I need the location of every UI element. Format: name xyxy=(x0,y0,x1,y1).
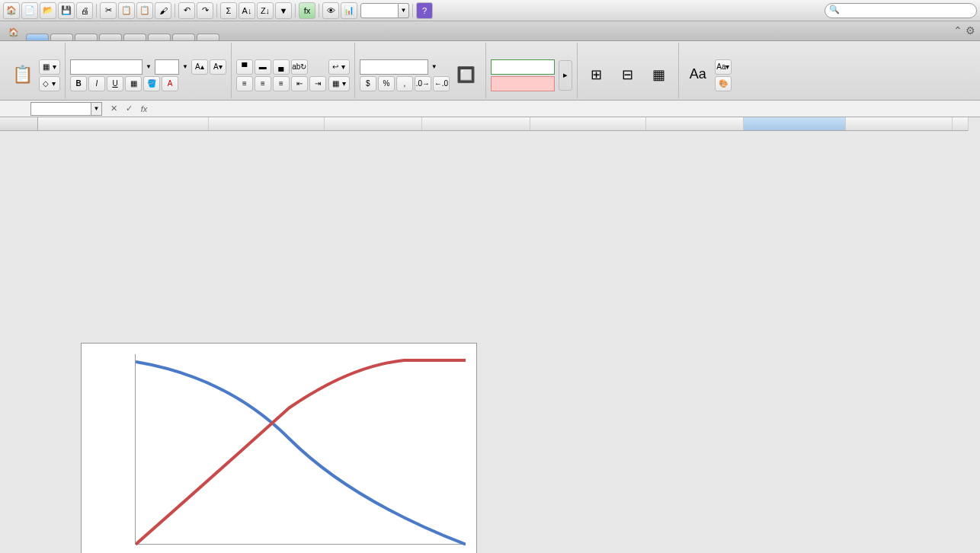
paste-button[interactable]: 📋 xyxy=(136,2,153,19)
decrease-decimal-button[interactable]: ←.0 xyxy=(433,76,450,91)
styles-more-button[interactable]: ▸ xyxy=(559,60,572,91)
col-header[interactable] xyxy=(744,117,846,130)
ribbon-home-icon[interactable]: 🏠 xyxy=(5,24,23,40)
tab-review[interactable] xyxy=(197,34,219,40)
style-normal[interactable] xyxy=(491,59,555,75)
tab-data[interactable] xyxy=(172,34,195,40)
insert-cells-button[interactable]: ⊞ xyxy=(582,53,611,97)
name-box-dropdown[interactable]: ▼ xyxy=(91,102,102,116)
grow-font-button[interactable]: A▴ xyxy=(191,59,208,75)
redo-button[interactable]: ↷ xyxy=(197,2,213,19)
align-bottom-button[interactable]: ▄ xyxy=(273,59,290,75)
ribbon-collapse-icon[interactable]: ⌃ xyxy=(953,24,962,37)
comma-button[interactable]: , xyxy=(396,76,413,91)
tab-formulas[interactable] xyxy=(148,34,171,40)
sort-asc-button[interactable]: A↓ xyxy=(239,2,255,19)
italic-button[interactable]: I xyxy=(88,76,105,91)
numfmt-dropdown-icon[interactable]: ▼ xyxy=(430,63,439,70)
chart-button[interactable]: 📊 xyxy=(341,2,357,19)
chart[interactable] xyxy=(81,343,477,553)
tab-charts[interactable] xyxy=(99,34,122,40)
align-left-button[interactable]: ≡ xyxy=(236,76,253,91)
indent-less-button[interactable]: ⇤ xyxy=(291,76,308,91)
vertical-scrollbar[interactable] xyxy=(968,117,980,131)
increase-decimal-button[interactable]: .0→ xyxy=(415,76,431,91)
shrink-font-button[interactable]: A▾ xyxy=(210,59,226,75)
bold-button[interactable]: B xyxy=(70,76,87,91)
cut-button[interactable]: ✂ xyxy=(100,2,117,19)
clear-button[interactable]: ◇▾ xyxy=(39,76,60,91)
col-header[interactable] xyxy=(325,117,422,130)
wrap-icon: ↩ xyxy=(332,62,338,71)
eraser-icon: ◇ xyxy=(43,79,49,88)
format-cells-button[interactable]: ▦ xyxy=(645,53,674,97)
col-header[interactable] xyxy=(38,117,209,130)
open-button[interactable]: 📂 xyxy=(40,2,56,19)
align-center-button[interactable]: ≡ xyxy=(255,76,271,91)
undo-button[interactable]: ↶ xyxy=(178,2,195,19)
new-button[interactable]: 📄 xyxy=(21,2,38,19)
sort-desc-button[interactable]: Z↓ xyxy=(257,2,274,19)
wrap-text-button[interactable]: ↩▾ xyxy=(328,59,350,75)
currency-button[interactable]: $ xyxy=(360,76,376,91)
font-name-select[interactable] xyxy=(70,59,143,75)
number-format-select[interactable] xyxy=(360,59,428,75)
merge-icon: ▦ xyxy=(332,79,339,88)
border-button[interactable]: ▦ xyxy=(125,76,142,91)
tab-tables[interactable] xyxy=(75,34,98,40)
col-header[interactable] xyxy=(530,117,646,130)
zoom-dropdown[interactable]: ▼ xyxy=(399,3,409,18)
indent-more-button[interactable]: ⇥ xyxy=(309,76,326,91)
show-button[interactable]: 👁 xyxy=(322,2,339,19)
align-top-button[interactable]: ▀ xyxy=(236,59,253,75)
formula-input[interactable] xyxy=(155,102,980,116)
font-dropdown-icon[interactable]: ▼ xyxy=(144,63,153,70)
conditional-formatting-button[interactable]: 🔲 xyxy=(452,53,481,97)
help-button[interactable]: ? xyxy=(416,2,433,19)
tab-home[interactable] xyxy=(26,34,49,40)
percent-button[interactable]: % xyxy=(378,76,395,91)
name-box[interactable] xyxy=(30,102,91,116)
enter-formula-button[interactable]: ✓ xyxy=(122,103,136,115)
ribbon-tabs: 🏠 ⌃ ⚙ xyxy=(0,21,980,41)
merge-button[interactable]: ▦▾ xyxy=(328,76,350,91)
print-button[interactable]: 🖨 xyxy=(76,2,93,19)
col-header[interactable] xyxy=(646,117,744,130)
save-button[interactable]: 💾 xyxy=(58,2,75,19)
theme-colors-button[interactable]: 🎨 xyxy=(715,76,732,91)
style-bad[interactable] xyxy=(491,76,555,91)
cancel-formula-button[interactable]: ✕ xyxy=(107,103,120,115)
theme-fonts-button[interactable]: Aa▾ xyxy=(715,59,732,75)
copy-button[interactable]: 📋 xyxy=(118,2,135,19)
search-input[interactable] xyxy=(825,3,977,18)
home-button[interactable]: 🏠 xyxy=(3,2,20,19)
zoom-input[interactable] xyxy=(360,3,399,18)
fill-icon: ▦ xyxy=(43,62,50,71)
font-color-button[interactable]: A xyxy=(162,76,178,91)
ribbon-settings-icon[interactable]: ⚙ xyxy=(966,24,975,37)
fx-insert-button[interactable]: fx xyxy=(137,103,151,115)
autosum-button[interactable]: Σ xyxy=(220,2,237,19)
paste-button[interactable]: 📋 xyxy=(8,53,37,97)
align-right-button[interactable]: ≡ xyxy=(273,76,290,91)
filter-button[interactable]: ▼ xyxy=(275,2,292,19)
chart-plot-area xyxy=(135,354,466,545)
align-middle-button[interactable]: ▬ xyxy=(255,59,271,75)
col-header[interactable] xyxy=(846,117,953,130)
col-header[interactable] xyxy=(422,117,530,130)
fill-color-button[interactable]: 🪣 xyxy=(143,76,160,91)
size-dropdown-icon[interactable]: ▼ xyxy=(181,63,190,70)
col-header[interactable] xyxy=(209,117,325,130)
font-size-select[interactable] xyxy=(155,59,179,75)
themes-button[interactable]: Aa xyxy=(684,53,713,97)
delete-cells-button[interactable]: ⊟ xyxy=(613,53,642,97)
chart-lines xyxy=(136,354,466,546)
select-all-corner[interactable] xyxy=(0,117,38,130)
tab-smartart[interactable] xyxy=(123,34,146,40)
underline-button[interactable]: U xyxy=(107,76,123,91)
tab-layout[interactable] xyxy=(50,34,73,40)
format-painter-button[interactable]: 🖌 xyxy=(155,2,171,19)
orientation-button[interactable]: ab↻ xyxy=(291,59,308,75)
fill-button[interactable]: ▦▾ xyxy=(39,59,60,75)
fx-button[interactable]: fx xyxy=(299,2,315,19)
